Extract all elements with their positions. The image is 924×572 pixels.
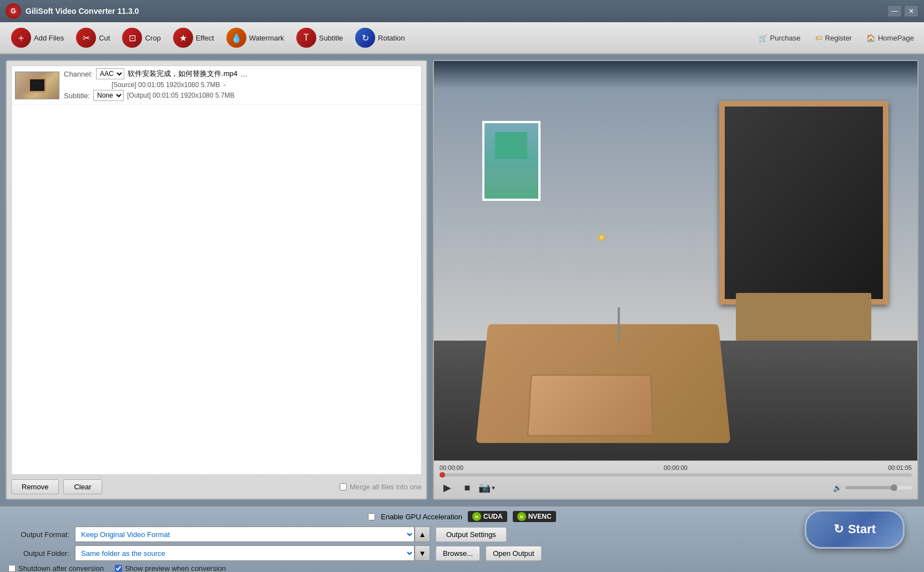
effect-icon: ★ [173,28,193,48]
register-button[interactable]: 🏷 Register [811,32,856,44]
rotation-button[interactable]: ↻ Rotation [350,25,410,50]
start-icon: ↻ [834,522,844,536]
purchase-button[interactable]: 🛒 Purchase [754,32,805,44]
time-current: 00:00:00 [440,464,463,471]
shutdown-checkbox-label: Shutdown after conversion [8,564,104,572]
list-item: Channel: AAC 软件安装完成，如何替换文件.mp4 ... [Sour… [12,66,421,105]
folder-select-wrap: Same folder as the source ▼ [75,545,430,561]
controls-row: ▶ ■ 📷 ▼ 🔊 [440,480,912,495]
rotation-label: Rotation [378,34,405,42]
subtitle-icon: T [296,28,316,48]
format-select-wrap: Keep Original Video Format ▲ [75,527,430,542]
output-format-label: Output Format: [8,530,69,539]
toolbar: ＋ Add Files ✂ Cut ⊡ Crop ★ Effect 💧 Wate… [0,22,924,54]
subtitle-row: Subtitle: None [Output] 00:01:05 1920x10… [64,90,418,101]
gpu-row: Enable GPU Acceleration N CUDA N NVENC [8,511,916,522]
subtitle-label: Subtitle [319,34,343,42]
output-settings-button[interactable]: Output Settings [436,527,507,542]
purchase-label: Purchase [770,34,801,42]
app-title: GiliSoft Video Converter 11.3.0 [26,7,887,16]
file-panel-footer: Remove Clear Merge all files into one [7,475,426,499]
output-folder-select[interactable]: Same folder as the source [75,545,415,561]
play-button[interactable]: ▶ [440,480,455,495]
rotation-icon: ↻ [355,28,375,48]
preview-panel: 00:00:00 00:00:00 00:01:05 ▶ ■ 📷 ▼ 🔊 [433,60,918,500]
video-scene [434,61,917,460]
effect-label: Effect [196,34,214,42]
add-files-label: Add Files [34,34,64,42]
seek-thumb [440,472,445,478]
channel-row: Channel: AAC 软件安装完成，如何替换文件.mp4 ... [64,68,418,79]
source-info: [Source] 00:01:05 1920x1080 5.7MB [112,81,220,89]
screenshot-dropdown[interactable]: ▼ [491,485,496,491]
main-content: Channel: AAC 软件安装完成，如何替换文件.mp4 ... [Sour… [0,54,924,505]
gpu-label: Enable GPU Acceleration [381,513,462,521]
show-preview-checkbox-label: Show preview when conversion [115,564,226,572]
clear-button[interactable]: Clear [63,479,102,494]
file-metadata: Channel: AAC 软件安装完成，如何替换文件.mp4 ... [Sour… [64,68,418,102]
nvenc-badge: N NVENC [513,511,556,522]
file-panel: Channel: AAC 软件安装完成，如何替换文件.mp4 ... [Sour… [6,60,427,500]
cut-icon: ✂ [76,28,96,48]
browse-button[interactable]: Browse... [436,546,480,561]
remove-button[interactable]: Remove [11,479,59,494]
close-button[interactable]: ✕ [904,5,918,17]
start-label: Start [848,522,876,536]
screenshot-button[interactable]: 📷 ▼ [479,480,495,495]
start-button[interactable]: ↻ Start [805,510,905,549]
volume-thumb [891,484,897,491]
time-row: 00:00:00 00:00:00 00:01:05 [440,464,912,471]
nvenc-label: NVENC [528,513,552,520]
register-icon: 🏷 [815,34,822,42]
time-total: 00:01:05 [888,464,912,471]
open-output-button[interactable]: Open Output [486,546,541,561]
filename: 软件安装完成，如何替换文件.mp4 [128,69,238,79]
volume-icon: 🔊 [833,484,842,492]
file-list: Channel: AAC 软件安装完成，如何替换文件.mp4 ... [Sour… [11,65,422,475]
cuda-badge: N CUDA [468,511,507,522]
show-preview-checkbox[interactable] [115,565,122,572]
seek-bar[interactable] [440,473,912,477]
file-options-dots[interactable]: ... [241,69,248,78]
output-folder-label: Output Folder: [8,549,69,558]
folder-arrow-button[interactable]: ▼ [415,545,430,561]
bottom-bar: Enable GPU Acceleration N CUDA N NVENC ↻… [0,505,924,572]
nvidia-cuda-logo: N [472,512,481,521]
file-thumbnail [15,72,59,99]
subtitle-label: Subtitle: [64,92,90,100]
source-dash: - [223,80,225,89]
volume-row: 🔊 [833,484,912,492]
gpu-checkbox[interactable] [368,513,375,520]
effect-button[interactable]: ★ Effect [168,25,220,50]
shutdown-label: Shutdown after conversion [18,564,104,572]
channel-select[interactable]: AAC [96,68,124,79]
channel-label: Channel: [64,70,93,78]
output-format-select[interactable]: Keep Original Video Format [75,527,415,542]
register-label: Register [825,34,852,42]
source-row: [Source] 00:01:05 1920x1080 5.7MB - [64,80,418,89]
shutdown-checkbox[interactable] [8,565,16,572]
merge-check: Merge all files into one [340,483,422,491]
scene-picture [482,121,541,201]
video-preview [434,61,917,460]
minimize-button[interactable]: — [887,5,902,17]
format-arrow-button[interactable]: ▲ [415,527,430,542]
crop-label: Crop [145,34,160,42]
cut-button[interactable]: ✂ Cut [70,25,115,50]
crop-button[interactable]: ⊡ Crop [117,25,166,50]
title-bar: G GiliSoft Video Converter 11.3.0 — ✕ [0,0,924,22]
scene-table [476,324,730,443]
subtitle-select[interactable]: None [93,90,124,101]
bottom-options-row: Shutdown after conversion Show preview w… [8,564,916,572]
homepage-button[interactable]: 🏠 HomePage [862,32,918,44]
subtitle-button[interactable]: T Subtitle [291,25,349,50]
watermark-button[interactable]: 💧 Watermark [221,25,290,50]
stop-button[interactable]: ■ [460,480,475,495]
add-files-button[interactable]: ＋ Add Files [6,25,69,50]
watermark-label: Watermark [249,34,284,42]
volume-slider[interactable] [845,486,912,489]
scene-tv [719,101,888,341]
merge-checkbox[interactable] [340,483,347,490]
homepage-icon: 🏠 [866,34,875,42]
format-row: Output Format: Keep Original Video Forma… [8,527,916,542]
